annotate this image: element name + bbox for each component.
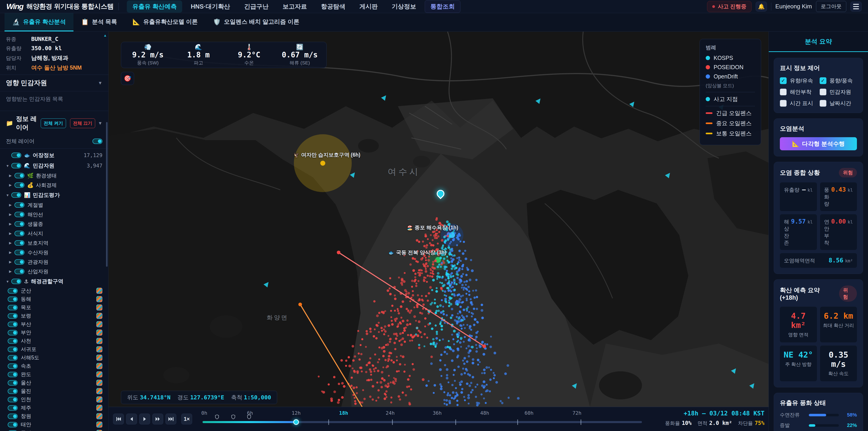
layer-toggle[interactable] — [8, 338, 18, 344]
nav-item[interactable]: 보고자료 — [277, 0, 312, 13]
timeline-track[interactable] — [203, 421, 642, 423]
tree-expand-closed-icon[interactable]: ▶ — [9, 174, 14, 178]
tree-expand-closed-icon[interactable]: ▶ — [9, 212, 14, 217]
layer-style-button[interactable] — [96, 388, 102, 394]
nav-item[interactable]: 게시판 — [354, 0, 383, 13]
layer-toggle[interactable] — [14, 212, 24, 217]
impact-section-header[interactable]: 영향 민감자원 ▼ — [6, 79, 102, 88]
layer-style-button[interactable] — [96, 330, 102, 336]
layer-toggle[interactable] — [14, 173, 24, 178]
menu-button[interactable] — [850, 2, 862, 11]
display-checkbox[interactable]: ✓유향/유속 — [780, 77, 817, 84]
timeline-handle[interactable] — [293, 419, 299, 425]
tab-item[interactable]: 🛡️오일펜스 배치 알고리즘 이론 — [206, 13, 307, 31]
layer-style-button[interactable] — [96, 355, 102, 361]
scroll-up-icon[interactable]: ▲ — [103, 33, 107, 37]
layer-toggle[interactable] — [8, 380, 18, 386]
layer-toggle[interactable] — [14, 259, 24, 265]
tree-expand-open-icon[interactable]: ▼ — [6, 193, 11, 197]
sidebar-scrollbar[interactable] — [106, 122, 107, 267]
fast-forward-button[interactable] — [152, 413, 163, 425]
nav-item[interactable]: HNS·대기확산 — [185, 0, 236, 13]
tab-item[interactable]: 📐유출유확산모델 이론 — [125, 13, 206, 31]
skip-start-button[interactable] — [113, 413, 124, 425]
layer-toggle[interactable] — [8, 297, 18, 302]
display-checkbox[interactable]: ✓풍향/풍속 — [819, 77, 857, 84]
notifications-button[interactable]: 🔔 — [756, 2, 767, 11]
layer-toggle[interactable] — [8, 397, 18, 402]
display-checkbox[interactable]: 시간 표시 — [780, 100, 817, 107]
nav-item[interactable]: 기상정보 — [386, 0, 422, 13]
layer-style-button[interactable] — [96, 338, 102, 344]
layer-style-button[interactable] — [96, 296, 102, 302]
layer-toggle[interactable] — [11, 279, 21, 284]
tree-expand-closed-icon[interactable]: ▶ — [9, 260, 14, 264]
nav-item[interactable]: 긴급구난 — [239, 0, 274, 13]
tree-expand-open-icon[interactable]: ▼ — [6, 280, 11, 283]
layer-style-button[interactable] — [96, 405, 102, 411]
fence-deploy-marker-icon[interactable] — [231, 414, 236, 420]
play-button[interactable] — [139, 413, 150, 425]
layer-toggle[interactable] — [8, 288, 18, 294]
layer-toggle[interactable] — [14, 240, 24, 246]
tree-expand-closed-icon[interactable]: ▶ — [9, 241, 14, 245]
layer-style-button[interactable] — [96, 380, 102, 386]
tree-expand-closed-icon[interactable]: ▶ — [9, 269, 14, 274]
layer-toggle[interactable] — [11, 163, 21, 168]
display-checkbox[interactable]: 해안부착 — [780, 88, 817, 96]
layer-toggle[interactable] — [14, 250, 24, 255]
tree-expand-closed-icon[interactable]: ▶ — [9, 250, 14, 254]
layer-toggle[interactable] — [14, 202, 24, 208]
layer-toggle[interactable] — [11, 153, 21, 158]
playback-speed-button[interactable]: 1× — [181, 413, 192, 425]
layer-toggle[interactable] — [8, 330, 18, 335]
display-checkbox[interactable]: 날짜시간 — [819, 100, 857, 107]
layer-toggle[interactable] — [8, 363, 18, 369]
layer-toggle[interactable] — [8, 313, 18, 319]
layer-toggle[interactable] — [8, 430, 18, 431]
map-canvas[interactable]: 여수시 화양면 💨9.2 m/s풍속 (SW)🌊1.8 m파고🌡️9.2°C수온… — [108, 32, 769, 407]
tab-item[interactable]: 📋분석 목록 — [73, 13, 125, 31]
layer-toggle[interactable] — [8, 305, 18, 310]
nav-item[interactable]: 항공탐색 — [315, 0, 351, 13]
analysis-panel-tab[interactable]: 분석 요약 — [769, 32, 868, 52]
layer-toggle[interactable] — [11, 192, 21, 198]
tab-active[interactable]: 🔬유출유 확산분석 — [4, 13, 73, 31]
layer-toggle[interactable] — [8, 422, 18, 427]
layer-toggle[interactable] — [8, 372, 18, 377]
tree-expand-closed-icon[interactable]: ▶ — [9, 203, 14, 207]
polygon-analysis-button[interactable]: 📐 다각형 분석수행 — [780, 137, 857, 150]
layer-toggle[interactable] — [8, 389, 18, 394]
tree-expand-closed-icon[interactable]: ▶ — [9, 232, 14, 236]
skip-end-button[interactable] — [165, 413, 176, 425]
master-layer-toggle[interactable] — [92, 138, 102, 144]
layer-style-button[interactable] — [96, 321, 102, 327]
layer-style-button[interactable] — [96, 346, 102, 352]
layer-toggle[interactable] — [14, 182, 24, 188]
tree-expand-open-icon[interactable]: ▼ — [6, 164, 11, 168]
layer-style-button[interactable] — [96, 396, 102, 402]
tree-expand-closed-icon[interactable]: ▶ — [9, 222, 14, 226]
layer-toggle[interactable] — [8, 347, 18, 352]
target-tool-button[interactable]: 🎯 — [121, 72, 134, 85]
layer-toggle[interactable] — [8, 355, 18, 361]
layer-toggle[interactable] — [8, 321, 18, 327]
layer-style-button[interactable] — [96, 371, 102, 377]
layer-style-button[interactable] — [96, 363, 102, 369]
all-layers-on-button[interactable]: 전체 켜기 — [41, 118, 66, 128]
layer-toggle[interactable] — [14, 221, 24, 227]
layer-style-button[interactable] — [96, 288, 102, 294]
layer-style-button[interactable] — [96, 413, 102, 419]
layer-toggle[interactable] — [14, 269, 24, 274]
tree-expand-closed-icon[interactable]: ▶ — [9, 183, 14, 187]
layer-style-button[interactable] — [96, 304, 102, 311]
fence-deploy-marker-icon[interactable] — [215, 414, 219, 420]
layer-style-button[interactable] — [96, 430, 102, 431]
layer-style-button[interactable] — [96, 313, 102, 319]
logout-button[interactable]: 로그아웃 — [816, 1, 846, 12]
layer-toggle[interactable] — [8, 405, 18, 411]
nav-item[interactable]: 통합조회 — [425, 0, 460, 13]
layer-toggle[interactable] — [8, 413, 18, 419]
all-layers-off-button[interactable]: 전체 끄기 — [70, 118, 95, 128]
layer-toggle[interactable] — [14, 231, 24, 236]
